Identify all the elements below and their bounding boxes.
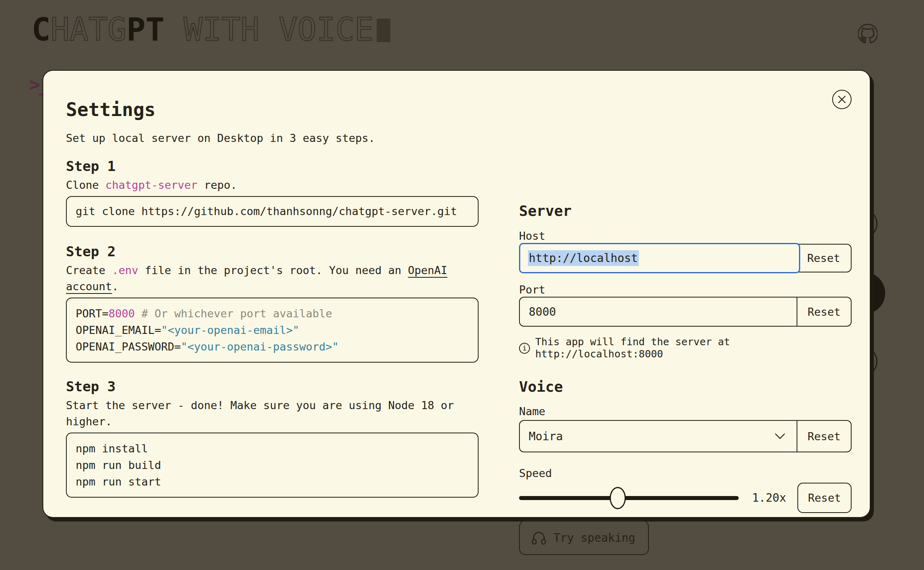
code-line: OPENAI_PASSWORD="<your-openai-password>" [76,338,469,355]
host-reset-button[interactable]: Reset [796,244,852,272]
headphones-icon [530,529,547,546]
host-label: Host [519,230,852,242]
step1-description: Clone chatgpt-server repo. [66,177,479,193]
speed-value: 1.20x [752,491,786,505]
voice-name-reset-button[interactable]: Reset [797,421,851,452]
server-section-heading: Server [519,203,852,219]
code-line: OPENAI_EMAIL="<your-openai-email>" [76,322,469,338]
app-title-text: CHATGPT WITH VOICE [32,11,373,48]
app-title: CHATGPT WITH VOICE [32,12,390,47]
voice-name-value: Moira [529,430,563,443]
step1-heading: Step 1 [66,158,479,175]
step2-description: Create .env file in the project's root. … [66,262,479,295]
code-line: npm run build [76,457,469,473]
try-speaking-label: Try speaking [553,531,635,545]
info-icon: i [519,343,530,354]
speed-reset-button[interactable]: Reset [797,483,852,513]
voice-section-heading: Voice [519,379,852,395]
port-label: Port [519,284,852,296]
step3-description: Start the server - done! Make sure you a… [66,397,479,430]
voice-name-row: Moira Reset [519,420,852,452]
code-line: npm install [76,440,469,457]
screen: CHATGPT WITH VOICE >_ Settings Set up lo… [0,0,924,570]
speed-label: Speed [519,467,852,479]
step2-heading: Step 2 [66,243,479,260]
code-line: PORT=8000 # Or whichever port available [76,305,469,322]
host-input-value: http://localhost [528,250,639,266]
port-row: 8000 Reset [519,297,852,327]
voice-name-select[interactable]: Moira [520,421,797,452]
steps-column: Step 1 Clone chatgpt-server repo. git cl… [66,146,479,555]
step1-code-block: git clone https://github.com/thanhsonng/… [66,196,479,227]
code-line: npm run start [76,473,469,490]
close-button[interactable] [832,90,852,109]
voice-name-label: Name [519,405,852,418]
host-row: http://localhost Reset [519,243,852,273]
server-info-text: This app will find the server at http://… [535,336,852,360]
modal-subtitle: Set up local server on Desktop in 3 easy… [66,131,847,146]
try-speaking-button[interactable]: Try speaking [519,520,649,555]
port-reset-button[interactable]: Reset [797,298,851,326]
close-icon [833,91,851,108]
github-link[interactable] [858,24,877,43]
step2-code-block: PORT=8000 # Or whichever port availableO… [66,298,479,363]
port-input[interactable]: 8000 [520,298,797,326]
chevron-down-icon [775,433,785,439]
settings-column: Server Host http://localhost Reset Port … [519,146,852,555]
code-line: git clone https://github.com/thanhsonng/… [76,205,469,218]
server-info: i This app will find the server at http:… [519,336,852,360]
speed-row: 1.20x Reset [519,483,852,513]
github-icon [858,24,877,43]
modal-title: Settings [66,99,847,120]
settings-modal: Settings Set up local server on Desktop … [42,70,871,518]
title-block-cursor [377,19,390,42]
speed-slider-thumb[interactable] [610,487,626,509]
port-input-value: 8000 [529,305,556,319]
host-input[interactable]: http://localhost [519,243,800,273]
step3-code-block: npm installnpm run buildnpm run start [66,433,479,498]
speed-slider-track[interactable] [519,496,739,500]
step3-heading: Step 3 [66,378,479,395]
